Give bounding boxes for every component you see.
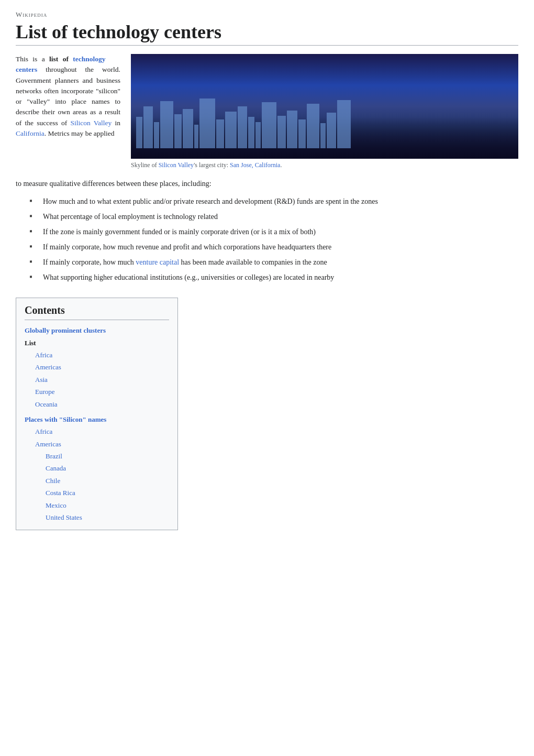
- link-list-africa[interactable]: Africa: [35, 351, 52, 359]
- link-san-jose[interactable]: San Jose, California: [230, 161, 280, 169]
- contents-list-americas: Americas: [35, 361, 169, 373]
- list-section-label: List: [25, 339, 36, 347]
- contents-silicon-canada: Canada: [46, 462, 169, 474]
- link-silicon-valley-caption[interactable]: Silicon Valley: [159, 161, 194, 169]
- link-california[interactable]: California: [16, 129, 44, 137]
- link-globally-prominent[interactable]: Globally prominent clusters: [25, 326, 106, 334]
- link-list-europe[interactable]: Europe: [35, 388, 55, 396]
- link-silicon-mexico[interactable]: Mexico: [46, 501, 66, 509]
- list-item: If mainly corporate, how much revenue an…: [37, 242, 518, 253]
- contents-list-asia: Asia: [35, 374, 169, 386]
- intro-section: This is a list of technology centers thr…: [16, 54, 518, 170]
- link-silicon-costa-rica[interactable]: Costa Rica: [46, 489, 75, 497]
- link-silicon-chile[interactable]: Chile: [46, 477, 60, 485]
- list-item: What percentage of local employment is t…: [37, 211, 518, 222]
- contents-list-oceania: Oceania: [35, 398, 169, 410]
- contents-silicon-africa: Africa: [35, 425, 169, 437]
- contents-silicon-mexico: Mexico: [46, 499, 169, 511]
- link-silicon-brazil[interactable]: Brazil: [46, 452, 62, 460]
- intro-after: to measure qualitative differences betwe…: [16, 178, 518, 190]
- skyline-image: [131, 54, 518, 159]
- wikipedia-logo: Wikipedia: [16, 10, 518, 19]
- bullet-list: How much and to what extent public and/o…: [37, 196, 518, 283]
- intro-text: This is a list of technology centers thr…: [16, 54, 120, 170]
- list-item: If the zone is mainly government funded …: [37, 226, 518, 237]
- link-list-asia[interactable]: Asia: [35, 376, 48, 384]
- contents-silicon-costa-rica: Costa Rica: [46, 487, 169, 499]
- contents-box: Contents Globally prominent clusters Lis…: [16, 298, 178, 530]
- contents-list-label: List: [25, 337, 169, 349]
- contents-title: Contents: [25, 304, 169, 320]
- contents-silicon-brazil: Brazil: [46, 450, 169, 462]
- contents-silicon-americas: Americas: [35, 438, 169, 450]
- contents-list-europe: Europe: [35, 386, 169, 398]
- link-silicon-africa[interactable]: Africa: [35, 428, 52, 435]
- contents-list: Globally prominent clusters List Africa …: [25, 324, 169, 523]
- bold-list: list of: [49, 55, 69, 63]
- contents-list-africa: Africa: [35, 349, 169, 361]
- contents-silicon-names: Places with "Silicon" names: [25, 413, 169, 425]
- link-silicon-names[interactable]: Places with "Silicon" names: [25, 415, 106, 423]
- contents-silicon-united-states: United States: [46, 511, 169, 523]
- link-silicon-valley[interactable]: Silicon Valley: [70, 119, 112, 127]
- list-item: How much and to what extent public and/o…: [37, 196, 518, 207]
- list-item: What supporting higher educational insti…: [37, 272, 518, 283]
- image-caption: Skyline of Silicon Valley's largest city…: [131, 161, 518, 170]
- link-silicon-united-states[interactable]: United States: [46, 513, 82, 521]
- link-silicon-americas[interactable]: Americas: [35, 440, 61, 448]
- link-list-oceania[interactable]: Oceania: [35, 400, 58, 408]
- link-venture-capital[interactable]: venture capital: [136, 258, 179, 266]
- list-item: If mainly corporate, how much venture ca…: [37, 257, 518, 268]
- contents-globally-prominent: Globally prominent clusters: [25, 324, 169, 336]
- contents-silicon-chile: Chile: [46, 475, 169, 487]
- link-silicon-canada[interactable]: Canada: [46, 464, 66, 472]
- link-list-americas[interactable]: Americas: [35, 363, 61, 371]
- image-box: Skyline of Silicon Valley's largest city…: [131, 54, 518, 170]
- skyline-decoration: [131, 96, 518, 148]
- page-title: List of technology centers: [16, 21, 518, 46]
- wikipedia-wordmark: Wikipedia: [16, 10, 47, 18]
